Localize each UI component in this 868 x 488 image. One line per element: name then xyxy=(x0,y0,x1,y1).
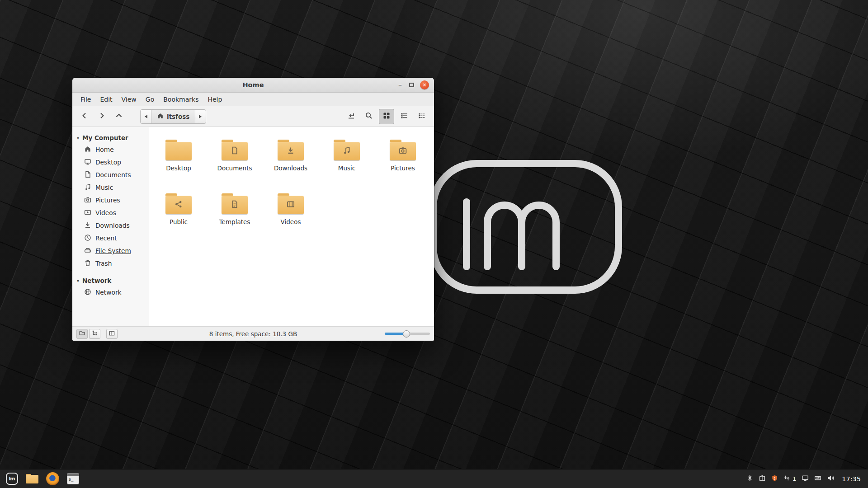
files-launcher[interactable] xyxy=(24,471,40,487)
sidebar-item-pictures[interactable]: Pictures xyxy=(72,194,149,206)
titlebar[interactable]: Home – ✕ xyxy=(72,78,434,93)
list-view-button[interactable] xyxy=(396,109,412,124)
icon-view-button[interactable] xyxy=(379,109,394,124)
sidebar-item-downloads[interactable]: Downloads xyxy=(72,219,149,232)
menu-go[interactable]: Go xyxy=(141,94,159,104)
sidebar-item-music[interactable]: Music xyxy=(72,181,149,194)
folder-icon xyxy=(222,140,248,160)
statusbar-buttons xyxy=(76,329,118,339)
updates-icon[interactable] xyxy=(783,474,790,483)
up-button[interactable] xyxy=(111,109,127,124)
file-music[interactable]: Music xyxy=(319,140,375,172)
compact-view-icon xyxy=(418,112,426,122)
location-entry-icon xyxy=(347,112,355,122)
home-icon xyxy=(84,145,91,154)
compact-view-button[interactable] xyxy=(414,109,429,124)
sidebar-item-recent[interactable]: Recent xyxy=(72,232,149,244)
keyboard-layout-icon[interactable] xyxy=(814,474,821,483)
folder-icon xyxy=(165,140,192,160)
folder-icon xyxy=(278,140,304,160)
volume-icon[interactable] xyxy=(827,474,835,483)
mint-logo xyxy=(429,159,623,295)
sidebar-section-my-computer[interactable]: ▾ My Computer xyxy=(72,132,149,143)
download-icon xyxy=(84,221,91,230)
sidebar-item-trash[interactable]: Trash xyxy=(72,257,149,270)
folder-icon xyxy=(278,193,304,214)
sidebar-section-label: Network xyxy=(82,277,111,284)
breadcrumb-forward-segment[interactable] xyxy=(195,110,206,123)
sidebar-section-network[interactable]: ▾ Network xyxy=(72,275,149,286)
package-icon[interactable] xyxy=(759,474,766,483)
zoom-slider[interactable] xyxy=(385,333,430,335)
menu-button[interactable]: lm xyxy=(4,471,20,487)
zoom-track[interactable] xyxy=(385,333,430,335)
document-icon xyxy=(84,171,91,179)
toggle-location-entry-button[interactable] xyxy=(344,109,359,124)
menu-bookmarks[interactable]: Bookmarks xyxy=(159,94,203,104)
triangle-left-icon xyxy=(144,112,148,121)
breadcrumb-back-segment[interactable] xyxy=(141,110,151,123)
file-downloads[interactable]: Downloads xyxy=(263,140,319,172)
download-emblem-icon xyxy=(287,146,295,157)
menu-file[interactable]: File xyxy=(76,94,95,104)
window-controls: – ✕ xyxy=(397,80,434,89)
sidebar-item-home[interactable]: Home xyxy=(72,143,149,156)
sidebar-item-documents[interactable]: Documents xyxy=(72,169,149,181)
file-videos[interactable]: Videos xyxy=(263,193,319,225)
search-button[interactable] xyxy=(361,109,377,124)
video-icon xyxy=(84,209,91,217)
toggle-sidebar-button[interactable] xyxy=(106,329,118,339)
collapse-arrow-icon: ▾ xyxy=(77,278,79,283)
terminal-prompt-glyph: $_ xyxy=(69,477,74,482)
taskbar-panel: lm $_ 1 xyxy=(0,469,868,488)
breadcrumb-location-label: itsfoss xyxy=(167,113,189,120)
files-grid: Desktop Documents xyxy=(149,127,434,225)
sidebar-item-file-system[interactable]: File System xyxy=(72,244,149,257)
document-emblem-icon xyxy=(231,146,239,157)
file-documents[interactable]: Documents xyxy=(207,140,263,172)
file-public[interactable]: Public xyxy=(151,193,207,225)
clock[interactable]: 17:35 xyxy=(842,475,861,483)
menu-help[interactable]: Help xyxy=(203,94,226,104)
folder-icon xyxy=(334,140,360,160)
window-title: Home xyxy=(72,81,434,89)
warning-shield-icon[interactable] xyxy=(771,474,778,483)
file-pictures[interactable]: Pictures xyxy=(375,140,431,172)
sidebar-item-videos[interactable]: Videos xyxy=(72,206,149,219)
network-icon[interactable] xyxy=(802,474,809,483)
template-emblem-icon xyxy=(231,200,239,211)
update-count-badge: 1 xyxy=(793,475,796,482)
sidebar-item-desktop[interactable]: Desktop xyxy=(72,156,149,169)
close-button[interactable]: ✕ xyxy=(420,80,429,89)
file-templates[interactable]: Templates xyxy=(207,193,263,225)
firefox-icon xyxy=(46,472,59,485)
share-emblem-icon xyxy=(175,200,183,211)
menubar: File Edit View Go Bookmarks Help xyxy=(72,93,434,106)
sidebar-item-network[interactable]: Network xyxy=(72,286,149,299)
breadcrumb-location-segment[interactable]: itsfoss xyxy=(151,110,195,123)
show-places-button[interactable] xyxy=(76,329,88,339)
chevron-left-icon xyxy=(80,112,89,122)
terminal-launcher[interactable]: $_ xyxy=(65,471,81,487)
statusbar: 8 items, Free space: 10.3 GB xyxy=(72,326,434,341)
back-button[interactable] xyxy=(77,109,92,124)
maximize-button[interactable] xyxy=(409,83,414,87)
firefox-launcher[interactable] xyxy=(44,471,61,487)
clock-icon xyxy=(84,234,91,243)
file-desktop[interactable]: Desktop xyxy=(151,140,207,172)
film-emblem-icon xyxy=(287,200,295,211)
music-emblem-icon xyxy=(343,146,351,157)
zoom-handle[interactable] xyxy=(403,330,410,338)
hard-drive-icon xyxy=(84,247,91,255)
menu-edit[interactable]: Edit xyxy=(95,94,117,104)
file-view[interactable]: Desktop Documents xyxy=(149,127,434,326)
treeview-icon xyxy=(92,329,98,338)
menu-view[interactable]: View xyxy=(117,94,141,104)
forward-button[interactable] xyxy=(94,109,109,124)
show-treeview-button[interactable] xyxy=(89,329,100,339)
globe-icon xyxy=(84,288,91,297)
triangle-right-icon xyxy=(198,112,203,121)
minimize-button[interactable]: – xyxy=(397,83,403,87)
bluetooth-icon[interactable] xyxy=(746,474,753,483)
sidebar-section-label: My Computer xyxy=(82,134,128,141)
